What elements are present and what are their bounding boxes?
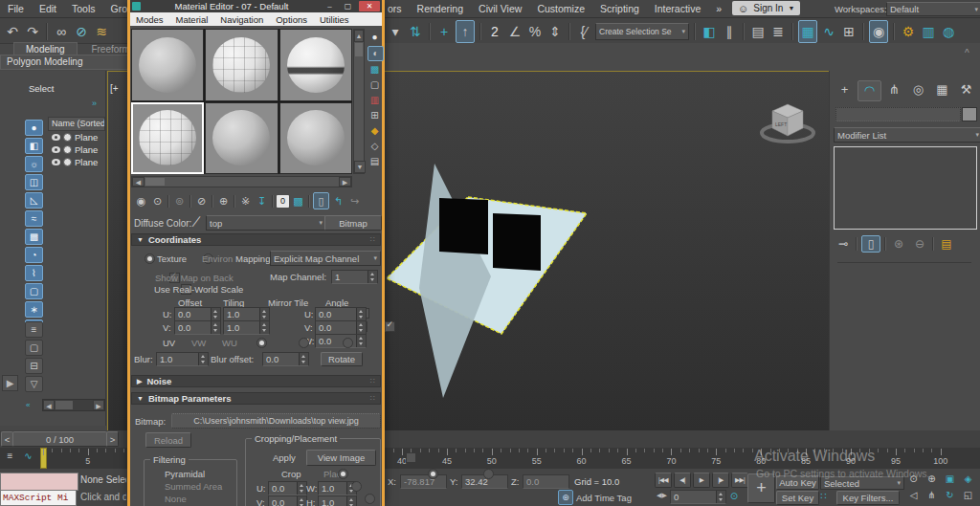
x-coordinate-field[interactable]: -78.817 [400,474,447,489]
bind-spacewarp-icon[interactable]: ≋ [93,21,110,42]
map-type-button[interactable]: Bitmap [324,215,382,231]
render-setup-icon[interactable]: ⚙ [900,21,917,42]
reset-map-icon[interactable]: ⊘ [194,193,209,209]
maxscript-listener-pink[interactable] [0,473,78,491]
material-sample-slot[interactable] [279,29,352,101]
scene-explorer-row[interactable]: Plane [48,156,105,168]
menu-file[interactable]: File [8,3,24,14]
scroll-right-icon[interactable]: ▶ [339,177,351,187]
display-systems-icon[interactable]: ∗ [25,301,43,318]
unlink-selection-icon[interactable]: ⊘ [73,21,90,42]
modifier-stack[interactable] [834,146,977,230]
u-offset-field[interactable]: 0.0 [174,307,221,321]
material-editor-titlebar[interactable]: Material Editor - 07 - Default – ▢ ✕ [130,0,382,12]
tab-modify[interactable]: ◠ [858,80,881,101]
apply-checkbox[interactable] [406,452,416,463]
menu-interactive[interactable]: Interactive [655,3,701,14]
z-coordinate-field[interactable]: 0.0 [523,474,569,489]
make-preview-icon[interactable]: ⊞ [368,109,382,122]
zoom-extents-all-icon[interactable]: ◈ [960,473,976,486]
show-map-in-viewport-icon[interactable]: ▩ [291,193,305,209]
modifier-list-combo[interactable]: Modifier List ▾ [834,127,980,143]
scroll-left-icon[interactable]: ◀ [43,400,55,410]
make-unique-icon[interactable]: ⊛ [890,236,907,252]
blank-view-icon[interactable]: ▢ [25,340,43,356]
none-radio[interactable] [365,494,375,504]
time-slider-handle[interactable]: 0 / 100 [12,431,107,447]
set-key-button[interactable]: Set Key [776,491,819,505]
layer-list-icon[interactable]: ≣ [769,21,787,42]
bitmap-path-button[interactable]: C:\Users\johnsmith\Downloads\top view.jp… [171,413,381,429]
flyout-arrow-button[interactable]: ▶ [2,375,18,391]
options-icon[interactable]: ◆ [368,124,382,138]
select-by-material-icon[interactable]: ◇ [368,140,382,153]
frame-step-icons[interactable]: ◀▶ [657,492,667,499]
maximize-button[interactable]: ▢ [341,1,355,11]
configure-modifier-sets-icon[interactable]: ▤ [938,236,955,252]
blur-field[interactable]: 1.0 [156,352,209,366]
slots-vscrollbar[interactable]: ▲ ▼ [353,29,365,174]
object-color-swatch[interactable] [962,107,977,121]
view-image-button[interactable]: View Image [306,450,376,466]
material-sample-slot[interactable] [279,102,352,175]
layer-manager-icon[interactable]: ▤ [749,21,767,42]
display-shapes-icon[interactable]: ◧ [25,138,43,154]
pen-icon[interactable]: ╱ [192,216,200,228]
remove-modifier-icon[interactable]: ⊖ [911,236,928,252]
scroll-down-icon[interactable]: ▼ [354,161,366,173]
crop-v-field[interactable]: 0.0 [268,495,307,506]
spinner[interactable] [259,308,269,320]
spinner[interactable] [299,353,308,365]
tab-utilities[interactable]: ⚒ [955,80,977,99]
tab-display[interactable]: ▦ [931,80,953,99]
dropdown-arrow-icon[interactable]: ▾ [387,21,404,42]
schematic-view-icon[interactable]: ⊞ [840,21,858,42]
explorer-hscrollbar[interactable]: ◀ ▶ [42,399,105,411]
maxscript-mini-listener[interactable]: MAXScript Mi [0,490,77,506]
slots-hscrollbar[interactable]: ◀ ▶ [131,176,352,187]
key-mode-toggle-icon[interactable]: ⊙ [727,490,741,503]
backlight-icon[interactable]: ◐ [368,46,384,61]
next-frame-button[interactable]: |▶ [712,473,729,488]
plane-black-right[interactable] [493,213,541,271]
collapse-chevrons-icon[interactable]: « [26,401,30,409]
select-place-icon[interactable]: ↑ [456,20,475,43]
filter-funnel-icon[interactable]: ▽ [25,376,43,392]
material-editor-icon[interactable]: ◉ [869,20,888,43]
menu-ors[interactable]: ors [388,3,402,14]
menu-tools[interactable]: Tools [72,3,96,14]
crop-h-field[interactable]: 1.0 [318,495,357,506]
orbit-icon[interactable]: ↻ [942,489,958,502]
background-icon[interactable]: ▩ [368,63,382,77]
add-time-tag-label[interactable]: Add Time Tag [576,493,632,503]
curve-editor-icon[interactable]: ∿ [820,21,837,42]
wu-radio[interactable] [343,338,353,348]
tab-hierarchy[interactable]: ⋔ [883,80,905,99]
menu-utilities[interactable]: Utilities [320,14,349,25]
map-channel-field[interactable]: 1 [331,270,378,284]
scroll-right-icon[interactable]: ▶ [93,400,104,410]
display-bones-icon[interactable]: ⌇ [25,265,43,281]
spinner[interactable] [259,321,269,334]
menu-scripting[interactable]: Scripting [600,3,639,14]
spinner[interactable] [346,496,356,506]
scene-explorer-icon[interactable]: ▦ [798,20,817,43]
select-link-icon[interactable]: ∞ [53,21,70,42]
spinner[interactable] [356,321,366,334]
texture-radio[interactable] [145,253,155,264]
tab-motion[interactable]: ◎ [907,80,929,99]
polygon-modeling-panel[interactable]: Polygon Modeling [0,55,133,70]
display-cameras-icon[interactable]: ◫ [25,174,43,190]
display-lights-icon[interactable]: ☼ [25,156,43,172]
spinner[interactable] [198,353,208,365]
show-end-result-icon[interactable]: ▯ [313,192,329,209]
assign-material-icon[interactable]: ⊚ [172,193,187,209]
go-to-start-button[interactable]: |◀◀ [655,473,672,488]
list-view-icon[interactable]: ≡ [25,321,43,338]
get-material-icon[interactable]: ◉ [134,193,148,209]
time-next-button[interactable]: > [106,431,119,447]
reload-button[interactable]: Reload [145,432,191,448]
menu-material[interactable]: Material [176,14,209,25]
spinner[interactable] [211,308,220,320]
render-icon[interactable]: ◍ [940,21,957,42]
